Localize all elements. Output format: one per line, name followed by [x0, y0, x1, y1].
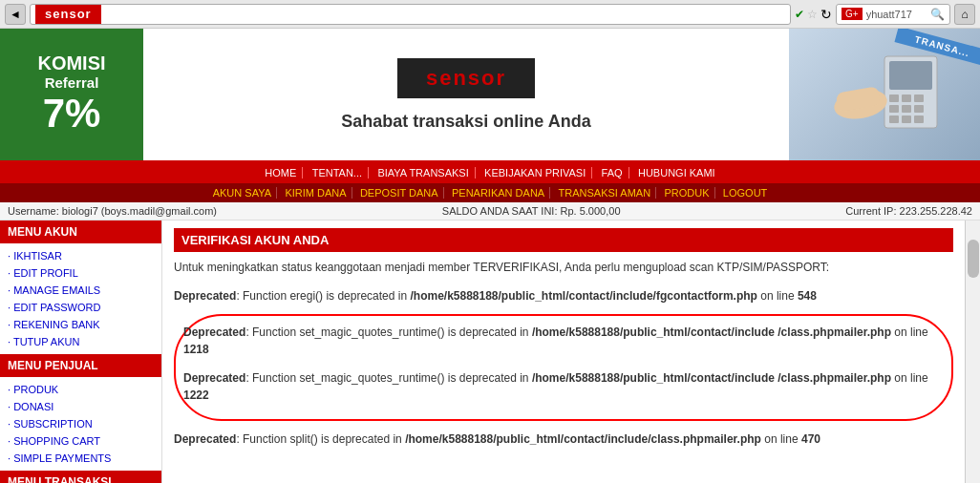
dep1-line-label: on line — [757, 289, 798, 303]
header-tagline: Sahabat transaksi online Anda — [341, 112, 590, 132]
dep3-line: 1222 — [183, 388, 209, 402]
deprecation-4: Deprecated: Function split() is deprecat… — [174, 429, 953, 450]
content-intro: Untuk meningkatkan status keanggotaan me… — [174, 260, 953, 276]
nav-kirim-dana[interactable]: KIRIM DANA — [280, 187, 352, 199]
sidebar-item-tutup-akun[interactable]: TUTUP AKUN — [8, 333, 154, 350]
sidebar-item-edit-profil[interactable]: EDIT PROFIL — [8, 264, 154, 282]
svg-rect-8 — [889, 116, 899, 123]
nav-bar-bottom: AKUN SAYA KIRIM DANA DEPOSIT DANA PENARI… — [0, 183, 980, 202]
sidebar-item-rekening-bank[interactable]: REKENING BANK — [8, 316, 154, 333]
menu-akun-title: MENU AKUN — [0, 220, 161, 243]
dep3-line-label: on line — [891, 371, 928, 385]
dep3-path: /home/k5888188/public_html/contact/inclu… — [532, 371, 891, 385]
username-info: Username: biologi7 (boys.madil@gmail.com… — [8, 205, 217, 217]
sidebar-item-simple-payments[interactable]: SIMPLE PAYMENTS — [8, 450, 154, 467]
nav-kebijakan[interactable]: KEBIJAKAN PRIVASI — [479, 167, 592, 178]
dep2-path: /home/k5888188/public_html/contact/inclu… — [532, 326, 891, 339]
dep4-line: 470 — [801, 432, 820, 446]
svg-rect-9 — [902, 116, 911, 123]
dep2-text: : Function set_magic_quotes_runtime() is… — [245, 326, 532, 339]
komisi-label: KOMISI — [37, 52, 105, 74]
nav-logout[interactable]: LOGOUT — [718, 187, 772, 199]
menu-transaksi-title: MENU TRANSAKSI — [0, 471, 161, 483]
referral-banner: KOMISI Referral 7% — [0, 29, 143, 160]
dep1-bold: Deprecated — [174, 289, 236, 303]
ip-info: Current IP: 223.255.228.42 — [845, 205, 972, 217]
dep4-text: : Function split() is deprecated in — [236, 432, 405, 446]
nav-home[interactable]: HOME — [259, 167, 303, 178]
dep2-bold: Deprecated — [183, 326, 245, 339]
search-engine-label: yhuatt717 — [866, 9, 912, 20]
sidebar-item-donasi[interactable]: DONASI — [8, 398, 154, 415]
header-right: TRANSA... — [789, 29, 980, 160]
deprecation-3: Deprecated: Function set_magic_quotes_ru… — [183, 368, 944, 406]
svg-rect-6 — [902, 105, 911, 113]
deprecation-1: Deprecated: Function eregi() is deprecat… — [174, 285, 953, 306]
header-center: sensor Sahabat transaksi online Anda — [143, 29, 789, 160]
nav-bar-top: HOME TENTAN... BIAYA TRANSAKSI KEBIJAKAN… — [0, 162, 980, 183]
right-scrollbar[interactable] — [965, 220, 980, 483]
dep1-text: : Function eregi() is deprecated in — [236, 289, 410, 303]
nav-akun-saya[interactable]: AKUN SAYA — [208, 187, 277, 199]
star-icon: ☆ — [807, 8, 818, 21]
scrollbar-thumb[interactable] — [968, 240, 979, 278]
reload-icon[interactable]: ↻ — [820, 7, 832, 22]
nav-transaksi-aman[interactable]: TRANSAKSI AMAN — [554, 187, 657, 199]
svg-rect-7 — [914, 105, 924, 113]
dep3-text: : Function set_magic_quotes_runtime() is… — [245, 371, 532, 385]
svg-rect-2 — [889, 94, 899, 102]
sensor-logo-text: sensor — [426, 66, 506, 90]
home-button[interactable]: ⌂ — [954, 4, 975, 25]
deprecation-2: Deprecated: Function set_magic_quotes_ru… — [183, 322, 944, 360]
nav-faq[interactable]: FAQ — [596, 167, 629, 178]
dep4-bold: Deprecated — [174, 432, 236, 446]
search-engine-icon: G+ — [842, 8, 863, 20]
sidebar: MENU AKUN IKHTISAR EDIT PROFIL MANAGE EM… — [0, 220, 162, 483]
saldo-info: SALDO ANDA SAAT INI: Rp. 5.000,00 — [442, 205, 621, 217]
svg-rect-3 — [902, 94, 911, 102]
content-area: VERIFIKASI AKUN ANDA Untuk meningkatkan … — [162, 220, 965, 483]
nav-deposit-dana[interactable]: DEPOSIT DANA — [355, 187, 444, 199]
sidebar-item-ikhtisar[interactable]: IKHTISAR — [8, 247, 154, 264]
circled-deprecations: Deprecated: Function set_magic_quotes_ru… — [174, 314, 953, 421]
search-magnifier-icon: 🔍 — [930, 8, 945, 21]
nav-produk[interactable]: PRODUK — [659, 187, 714, 199]
nav-hubungi[interactable]: HUBUNGI KAMI — [632, 167, 721, 178]
svg-rect-1 — [889, 61, 932, 90]
dep4-path: /home/k5888188/public_html/contact/inclu… — [405, 432, 761, 446]
svg-rect-10 — [914, 116, 924, 123]
percent-label: 7% — [43, 91, 101, 136]
menu-akun-list: IKHTISAR EDIT PROFIL MANAGE EMAILS EDIT … — [0, 243, 161, 354]
check-icon: ✔ — [795, 8, 804, 21]
nav-tentang[interactable]: TENTAN... — [307, 167, 369, 178]
browser-chrome: ◄ sensor ✔ ☆ ↻ G+ yhuatt717 🔍 ⌂ — [0, 0, 980, 29]
dep1-path: /home/k5888188/public_html/contact/inclu… — [410, 289, 756, 303]
sidebar-item-edit-password[interactable]: EDIT PASSWORD — [8, 299, 154, 316]
address-bar[interactable]: sensor — [30, 4, 791, 25]
site-header: KOMISI Referral 7% sensor Sahabat transa… — [0, 29, 980, 162]
menu-penjual-title: MENU PENJUAL — [0, 354, 161, 377]
back-button[interactable]: ◄ — [5, 4, 26, 25]
sidebar-item-produk[interactable]: PRODUK — [8, 381, 154, 398]
nav-penarikan-dana[interactable]: PENARIKAN DANA — [447, 187, 550, 199]
content-page-title: VERIFIKASI AKUN ANDA — [174, 228, 953, 252]
nav-biaya[interactable]: BIAYA TRANSAKSI — [372, 167, 475, 178]
dep1-line: 548 — [798, 289, 817, 303]
user-info-bar: Username: biologi7 (boys.madil@gmail.com… — [0, 202, 980, 220]
dep3-bold: Deprecated — [183, 371, 245, 385]
sidebar-item-shopping-cart[interactable]: SHOPPING CART — [8, 432, 154, 450]
status-icons: ✔ ☆ ↻ — [795, 7, 832, 22]
svg-rect-4 — [914, 94, 924, 102]
atm-illustration — [827, 47, 942, 142]
sidebar-item-manage-emails[interactable]: MANAGE EMAILS — [8, 282, 154, 299]
dep2-line: 1218 — [183, 343, 209, 356]
dep4-line-label: on line — [761, 432, 801, 446]
search-box[interactable]: G+ yhuatt717 🔍 — [836, 4, 950, 25]
main-layout: MENU AKUN IKHTISAR EDIT PROFIL MANAGE EM… — [0, 220, 980, 483]
menu-penjual-list: PRODUK DONASI SUBSCRIPTION SHOPPING CART… — [0, 377, 161, 471]
svg-rect-5 — [889, 105, 899, 113]
referral-label: Referral — [45, 74, 99, 91]
dep2-line-label: on line — [891, 326, 928, 339]
page-tab-title: sensor — [35, 5, 101, 24]
sidebar-item-subscription[interactable]: SUBSCRIPTION — [8, 415, 154, 432]
